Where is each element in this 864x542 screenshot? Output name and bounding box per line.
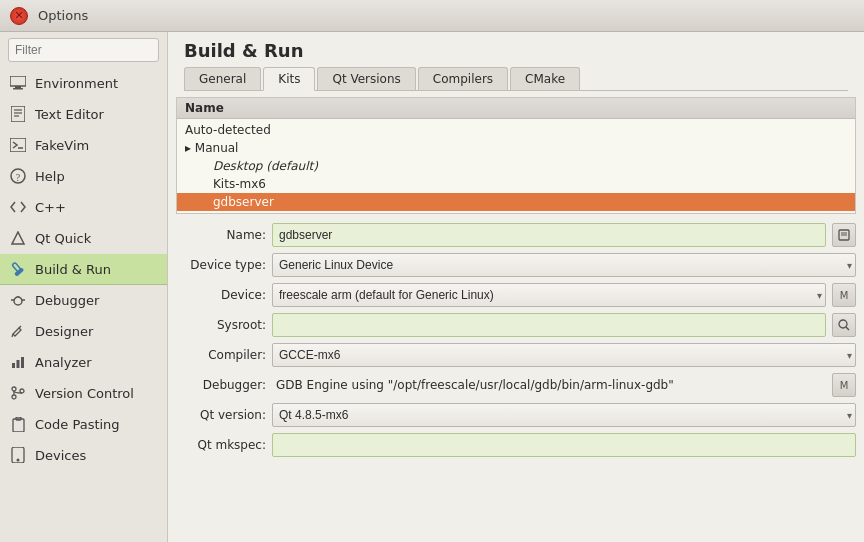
tree-body: Auto-detected ▸ Manual Desktop (default)… <box>177 119 855 213</box>
svg-rect-1 <box>15 86 21 88</box>
svg-rect-2 <box>13 88 23 90</box>
tree-row-gdbserver[interactable]: gdbserver <box>177 193 855 211</box>
qt-mkspec-input[interactable] <box>272 433 856 457</box>
branch-icon <box>8 383 28 403</box>
form-label-qt-mkspec: Qt mkspec: <box>176 438 266 452</box>
tab-general[interactable]: General <box>184 67 261 90</box>
svg-point-23 <box>12 387 16 391</box>
svg-point-24 <box>12 395 16 399</box>
device-icon <box>8 445 28 465</box>
sidebar-item-designer[interactable]: Designer <box>0 316 167 347</box>
sidebar-item-debugger-label: Debugger <box>35 293 99 308</box>
sidebar-item-debugger[interactable]: Debugger <box>0 285 167 316</box>
name-button[interactable] <box>832 223 856 247</box>
sidebar-item-fakevim-label: FakeVim <box>35 138 89 153</box>
monitor-icon <box>8 73 28 93</box>
tab-kits[interactable]: Kits <box>263 67 315 91</box>
form-row-name: Name: <box>176 222 856 248</box>
sidebar-item-version-control-label: Version Control <box>35 386 134 401</box>
debugger-button[interactable]: M <box>832 373 856 397</box>
form-label-sysroot: Sysroot: <box>176 318 266 332</box>
svg-point-34 <box>839 320 847 328</box>
sidebar-item-version-control[interactable]: Version Control <box>0 378 167 409</box>
kits-tree: Name Auto-detected ▸ Manual Desktop (def… <box>176 97 856 214</box>
qt-version-select-wrapper: Qt 4.8.5-mx6 ▾ <box>272 403 856 427</box>
sidebar-item-help[interactable]: ? Help <box>0 161 167 192</box>
svg-line-35 <box>846 327 849 330</box>
compiler-select-wrapper: GCCE-mx6 ▾ <box>272 343 856 367</box>
tree-header: Name <box>177 98 855 119</box>
question-icon: ? <box>8 166 28 186</box>
svg-text:?: ? <box>16 172 21 183</box>
filter-input[interactable] <box>8 38 159 62</box>
terminal-icon <box>8 135 28 155</box>
sidebar-item-environment[interactable]: Environment <box>0 68 167 99</box>
sidebar-item-analyzer[interactable]: Analyzer <box>0 347 167 378</box>
form-label-compiler: Compiler: <box>176 348 266 362</box>
sidebar-item-cpp-label: C++ <box>35 200 66 215</box>
bug-icon <box>8 290 28 310</box>
form-label-debugger: Debugger: <box>176 378 266 392</box>
debugger-value: GDB Engine using "/opt/freescale/usr/loc… <box>272 378 826 392</box>
device-select-wrapper: freescale arm (default for Generic Linux… <box>272 283 826 307</box>
tree-row-manual[interactable]: ▸ Manual <box>177 139 855 157</box>
sidebar-item-qt-quick-label: Qt Quick <box>35 231 91 246</box>
form-row-sysroot: Sysroot: <box>176 312 856 338</box>
wrench-icon <box>8 259 28 279</box>
tab-cmake[interactable]: CMake <box>510 67 580 90</box>
content-header: Build & Run General Kits Qt Versions Com… <box>168 32 864 91</box>
sidebar-item-text-editor[interactable]: Text Editor <box>0 99 167 130</box>
svg-marker-11 <box>12 232 24 244</box>
sidebar-item-code-pasting-label: Code Pasting <box>35 417 120 432</box>
svg-rect-0 <box>10 76 26 86</box>
sidebar: Environment Text Editor FakeVim ? <box>0 32 168 542</box>
svg-rect-21 <box>17 360 20 368</box>
sidebar-item-qt-quick[interactable]: Qt Quick <box>0 223 167 254</box>
sidebar-item-devices[interactable]: Devices <box>0 440 167 471</box>
device-manage-button[interactable]: M <box>832 283 856 307</box>
sidebar-item-fakevim[interactable]: FakeVim <box>0 130 167 161</box>
file-text-icon <box>8 104 28 124</box>
code-icon <box>8 197 28 217</box>
sidebar-item-build-run[interactable]: Build & Run <box>0 254 167 285</box>
tree-row-kits-mx6[interactable]: Kits-mx6 <box>177 175 855 193</box>
svg-rect-20 <box>12 363 15 368</box>
sidebar-item-build-run-label: Build & Run <box>35 262 111 277</box>
sysroot-input[interactable] <box>272 313 826 337</box>
tree-row-desktop[interactable]: Desktop (default) <box>177 157 855 175</box>
svg-point-30 <box>17 459 20 462</box>
sidebar-item-help-label: Help <box>35 169 65 184</box>
qt-version-select[interactable]: Qt 4.8.5-mx6 <box>272 403 856 427</box>
main-layout: Environment Text Editor FakeVim ? <box>0 32 864 542</box>
form-row-qt-version: Qt version: Qt 4.8.5-mx6 ▾ <box>176 402 856 428</box>
tab-compilers[interactable]: Compilers <box>418 67 508 90</box>
svg-line-19 <box>12 334 13 337</box>
sidebar-items: Environment Text Editor FakeVim ? <box>0 68 167 542</box>
form-label-qt-version: Qt version: <box>176 408 266 422</box>
form-label-device: Device: <box>176 288 266 302</box>
device-select[interactable]: freescale arm (default for Generic Linux… <box>272 283 826 307</box>
sidebar-item-code-pasting[interactable]: Code Pasting <box>0 409 167 440</box>
sidebar-item-cpp[interactable]: C++ <box>0 192 167 223</box>
sidebar-item-environment-label: Environment <box>35 76 118 91</box>
pen-icon <box>8 321 28 341</box>
svg-point-14 <box>14 297 22 305</box>
device-type-select[interactable]: Generic Linux Device <box>272 253 856 277</box>
close-icon: ✕ <box>14 9 23 22</box>
content-area: Build & Run General Kits Qt Versions Com… <box>168 32 864 542</box>
tab-bar: General Kits Qt Versions Compilers CMake <box>184 67 848 91</box>
triangle-icon <box>8 228 28 248</box>
close-button[interactable]: ✕ <box>10 7 28 25</box>
form-row-qt-mkspec: Qt mkspec: <box>176 432 856 458</box>
svg-rect-3 <box>11 106 25 122</box>
name-input[interactable] <box>272 223 826 247</box>
sysroot-button[interactable] <box>832 313 856 337</box>
device-type-select-wrapper: Generic Linux Device ▾ <box>272 253 856 277</box>
page-title: Build & Run <box>184 40 848 61</box>
svg-line-18 <box>19 326 21 328</box>
compiler-select[interactable]: GCCE-mx6 <box>272 343 856 367</box>
tab-qt-versions[interactable]: Qt Versions <box>317 67 415 90</box>
sidebar-item-designer-label: Designer <box>35 324 93 339</box>
form-label-name: Name: <box>176 228 266 242</box>
tree-row-auto-detected[interactable]: Auto-detected <box>177 121 855 139</box>
